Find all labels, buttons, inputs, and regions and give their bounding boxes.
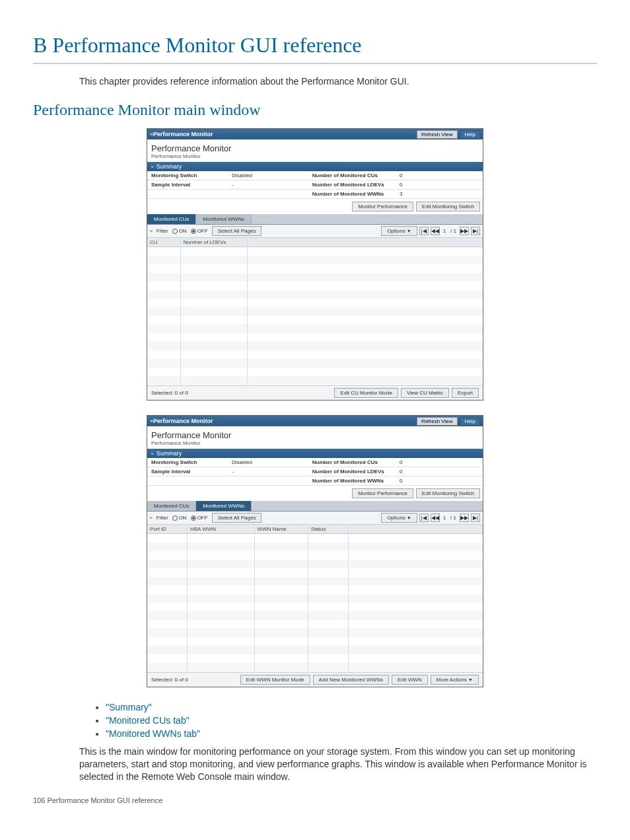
col-port-id: Port ID (147, 525, 188, 533)
monitor-performance-button[interactable]: Monitor Performance (352, 202, 413, 211)
pager-page: 1 (442, 228, 447, 234)
summary-header: Summary (157, 163, 182, 170)
bullet-list: "Summary" "Monitored CUs tab" "Monitored… (106, 702, 597, 739)
num-wwns-value: 3 (396, 190, 483, 199)
export-button[interactable]: Export (452, 388, 479, 398)
body-paragraph: This is the main window for monitoring p… (79, 745, 597, 783)
filter-label: Filter (157, 228, 168, 234)
breadcrumb: Performance Monitor (147, 440, 483, 449)
window-title: Performance Monitor (153, 131, 414, 137)
summary-header: Summary (157, 450, 182, 457)
section-title: Performance Monitor main window (33, 101, 597, 119)
list-item: "Summary" (106, 702, 597, 712)
selected-count: Selected: 0 of 0 (151, 677, 188, 683)
pm-heading: Performance Monitor (147, 426, 483, 440)
selected-count: Selected: 0 of 0 (151, 390, 188, 396)
breadcrumb: Performance Monitor (147, 153, 483, 162)
screenshot-main-cus: « Performance Monitor Refresh View Help … (147, 128, 483, 401)
filter-on-radio[interactable] (172, 515, 178, 521)
col-num-ldevs: Number of LDEVs (181, 238, 248, 247)
options-dropdown[interactable]: Options▼ (381, 226, 417, 236)
help-button[interactable]: Help (460, 417, 480, 426)
sample-interval-label: Sample Interval (147, 467, 228, 477)
num-wwns-value: 0 (396, 477, 483, 486)
num-ldevs-value: 0 (396, 180, 483, 190)
col-hba-wwn: HBA WWN (188, 525, 255, 533)
num-wwns-label: Number of Monitored WWNs (308, 477, 396, 486)
monitoring-switch-value: Disabled (228, 458, 308, 467)
data-grid (147, 247, 483, 386)
pager-next[interactable]: ▶▶ (460, 514, 469, 522)
filter-off-radio[interactable] (191, 515, 196, 521)
collapse-icon[interactable]: ≈ (151, 165, 154, 169)
link-monitored-cus[interactable]: "Monitored CUs tab" (106, 715, 190, 726)
edit-monitoring-switch-button[interactable]: Edit Monitoring Switch (416, 202, 480, 211)
list-item: "Monitored WWNs tab" (106, 728, 597, 739)
edit-wwn-monitor-mode-button[interactable]: Edit WWN Monitor Mode (240, 675, 310, 685)
col-cu: CU (147, 238, 181, 247)
pm-heading: Performance Monitor (147, 139, 483, 153)
filter-off-label: OFF (197, 515, 208, 521)
edit-wwn-button[interactable]: Edit WWN (392, 675, 428, 685)
num-ldevs-value: 0 (396, 467, 483, 477)
monitoring-switch-label: Monitoring Switch (147, 458, 228, 467)
sample-interval-value: - (228, 180, 308, 190)
options-dropdown[interactable]: Options▼ (381, 513, 417, 523)
filter-collapse-icon[interactable]: ≈ (150, 515, 153, 520)
pager-page: 1 (442, 515, 447, 521)
edit-cu-monitor-mode-button[interactable]: Edit CU Monitor Mode (334, 388, 398, 398)
filter-on-label: ON (179, 228, 187, 234)
pager-prev[interactable]: ◀◀ (431, 514, 440, 522)
filter-on-radio[interactable] (172, 229, 178, 234)
list-item: "Monitored CUs tab" (106, 715, 597, 726)
more-actions-dropdown[interactable]: More Actions▼ (431, 675, 479, 685)
col-wwn-name: WWN Name (255, 525, 308, 533)
filter-off-radio[interactable] (191, 229, 196, 234)
num-wwns-label: Number of Monitored WWNs (308, 190, 396, 199)
pager-total: / 1 (449, 515, 458, 521)
tab-monitored-wwns[interactable]: Monitored WWNs (196, 501, 252, 511)
refresh-view-button[interactable]: Refresh View (417, 130, 457, 139)
filter-collapse-icon[interactable]: ≈ (150, 229, 153, 233)
num-cus-label: Number of Monitored CUs (308, 458, 396, 467)
help-button[interactable]: Help (460, 130, 480, 139)
screenshot-main-wwns: « Performance Monitor Refresh View Help … (147, 415, 483, 687)
sample-interval-label: Sample Interval (147, 180, 228, 190)
col-status: Status (308, 525, 349, 533)
link-monitored-wwns[interactable]: "Monitored WWNs tab" (106, 728, 200, 739)
chevron-down-icon: ▼ (407, 515, 411, 520)
sample-interval-value: - (228, 467, 308, 477)
num-cus-value: 0 (396, 171, 483, 180)
pager-next[interactable]: ▶▶ (460, 227, 469, 235)
chevron-down-icon: ▼ (468, 677, 473, 682)
pager-last[interactable]: ▶| (471, 227, 480, 235)
pager-prev[interactable]: ◀◀ (431, 227, 440, 235)
pager-first[interactable]: |◀ (419, 514, 429, 522)
pager-total: / 1 (449, 228, 458, 234)
intro-text: This chapter provides reference informat… (79, 76, 597, 87)
monitoring-switch-value: Disabled (228, 171, 308, 180)
pager-first[interactable]: |◀ (419, 227, 429, 235)
data-grid (147, 534, 483, 673)
tab-monitored-wwns[interactable]: Monitored WWNs (196, 214, 252, 224)
collapse-icon[interactable]: ≈ (151, 451, 154, 456)
refresh-view-button[interactable]: Refresh View (417, 417, 457, 426)
pager-last[interactable]: ▶| (471, 514, 480, 522)
tab-monitored-cus[interactable]: Monitored CUs (147, 501, 196, 511)
add-new-monitored-wwns-button[interactable]: Add New Monitored WWNs (313, 675, 389, 685)
num-ldevs-label: Number of Monitored LDEVs (308, 467, 396, 477)
select-all-pages-button[interactable]: Select All Pages (212, 226, 262, 236)
num-ldevs-label: Number of Monitored LDEVs (308, 180, 396, 190)
link-summary[interactable]: "Summary" (106, 702, 152, 712)
filter-off-label: OFF (197, 228, 208, 234)
view-cu-matrix-button[interactable]: View CU Matrix (401, 388, 449, 398)
edit-monitoring-switch-button[interactable]: Edit Monitoring Switch (416, 488, 480, 498)
page-footer: 106 Performance Monitor GUI reference (33, 796, 597, 804)
window-title: Performance Monitor (153, 418, 414, 424)
tab-monitored-cus[interactable]: Monitored CUs (147, 214, 196, 224)
page-title: B Performance Monitor GUI reference (33, 33, 597, 64)
num-cus-value: 0 (396, 458, 483, 467)
filter-on-label: ON (179, 515, 187, 521)
monitor-performance-button[interactable]: Monitor Performance (352, 488, 413, 498)
select-all-pages-button[interactable]: Select All Pages (212, 513, 262, 523)
